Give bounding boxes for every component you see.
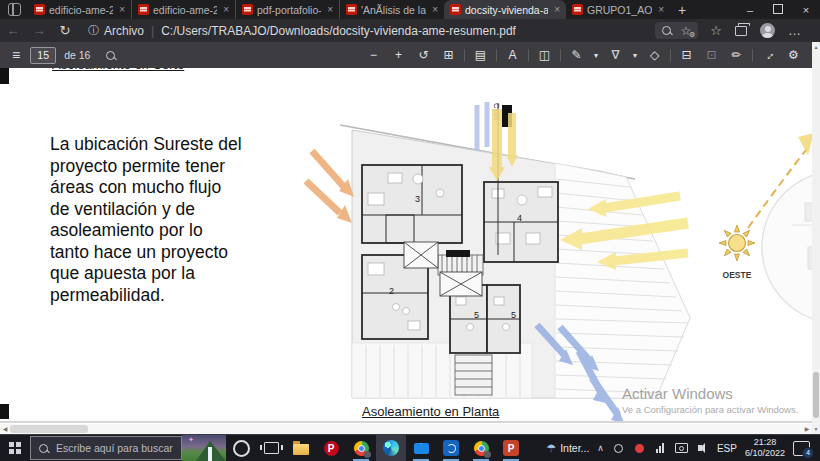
tab-close-icon[interactable]: × bbox=[221, 4, 229, 15]
cortana-button[interactable] bbox=[226, 435, 256, 461]
draw-button[interactable]: ✎ bbox=[564, 48, 589, 62]
erase-button[interactable]: ◇ bbox=[642, 48, 667, 62]
chrome-button[interactable] bbox=[346, 435, 376, 461]
tab-layout-icon[interactable] bbox=[8, 3, 21, 16]
two-page-view-button[interactable]: ◫ bbox=[532, 48, 557, 62]
toolbar-divider bbox=[560, 49, 561, 62]
find-in-document-icon[interactable] bbox=[106, 51, 115, 60]
page-corner-block bbox=[0, 68, 9, 84]
task-view-button[interactable] bbox=[256, 435, 286, 461]
clock[interactable]: 21:28 6/10/2022 bbox=[745, 437, 785, 459]
favorites-icon[interactable]: ☆ bbox=[710, 23, 722, 38]
file-info-icon[interactable]: ⓘ bbox=[88, 23, 99, 38]
weather-status[interactable]: ☂ Inter... bbox=[546, 442, 589, 455]
tab-close-icon[interactable]: × bbox=[117, 4, 125, 15]
pdf-favicon bbox=[346, 4, 357, 15]
browser-tab-6[interactable]: GRUPO1_AOA.pdf × bbox=[566, 0, 670, 19]
body-paragraph: La ubicación Sureste del proyecto permit… bbox=[50, 134, 275, 306]
forward-button[interactable]: → bbox=[26, 23, 52, 38]
tab-close-icon[interactable]: × bbox=[552, 4, 560, 15]
fullscreen-button[interactable]: ↔ bbox=[756, 48, 781, 62]
scroll-down-icon[interactable]: ▼ bbox=[812, 426, 820, 432]
camera-icon[interactable] bbox=[675, 442, 688, 455]
read-aloud-button[interactable]: A bbox=[500, 48, 525, 62]
start-button[interactable] bbox=[0, 435, 30, 461]
volume-icon[interactable] bbox=[696, 442, 709, 455]
hidden-icons-chevron[interactable]: ∧ bbox=[597, 443, 604, 453]
page-view-button[interactable]: ▤ bbox=[468, 48, 493, 62]
vertical-scroll-thumb[interactable] bbox=[813, 372, 819, 418]
more-menu-icon[interactable]: … bbox=[788, 23, 802, 38]
zoom-in-button[interactable]: + bbox=[386, 48, 411, 62]
save-as-button[interactable]: ✏ bbox=[724, 48, 749, 62]
pinterest-button[interactable]: P bbox=[316, 435, 346, 461]
maximize-button[interactable] bbox=[764, 4, 792, 16]
tab-bar: edificio-ame-247_com × edificio-ame-247_… bbox=[0, 0, 820, 19]
horizontal-scroll-thumb[interactable] bbox=[10, 425, 88, 433]
draw-dropdown-icon[interactable]: ▾ bbox=[589, 51, 603, 60]
browser-tab-2[interactable]: edificio-ame-247_com × bbox=[132, 0, 236, 19]
browser-tab-1[interactable]: edificio-ame-247_com × bbox=[28, 0, 132, 19]
powerpoint-button[interactable]: P bbox=[496, 435, 526, 461]
highlight-button[interactable]: ∇ bbox=[603, 48, 628, 62]
favorite-settings-icon[interactable]: ☆⚙ bbox=[681, 24, 692, 38]
profile-avatar[interactable] bbox=[760, 23, 775, 38]
close-button[interactable]: × bbox=[792, 4, 820, 16]
unit-label-5b: 5 bbox=[511, 310, 516, 320]
search-icon bbox=[39, 439, 48, 457]
browser-tab-active[interactable]: docsity-vivienda-ame × bbox=[444, 0, 566, 19]
page-corner-block bbox=[0, 404, 9, 419]
zoom-icon[interactable] bbox=[662, 26, 671, 35]
network-icon[interactable] bbox=[654, 442, 667, 455]
back-button[interactable]: ← bbox=[0, 23, 26, 38]
browser-tab-4[interactable]: 'AnÃlisis de la Vivien × bbox=[340, 0, 444, 19]
tab-close-icon[interactable]: × bbox=[656, 4, 664, 15]
vertical-scrollbar[interactable]: ▲ ▼ bbox=[812, 42, 820, 434]
search-input[interactable] bbox=[54, 441, 178, 455]
browser-tab-3[interactable]: pdf-portafolio-desarr × bbox=[236, 0, 340, 19]
tab-close-icon[interactable]: × bbox=[325, 4, 333, 15]
red-dot-icon bbox=[635, 444, 644, 453]
tray-alert-icon[interactable] bbox=[633, 442, 646, 455]
minimize-button[interactable]: – bbox=[736, 4, 764, 16]
scroll-left-icon[interactable]: ◀ bbox=[0, 425, 10, 432]
page-bottom-edge bbox=[0, 421, 812, 423]
new-tab-button[interactable]: + bbox=[678, 2, 686, 18]
toolbar-divider bbox=[464, 49, 465, 62]
sparkle-icon: ✦ bbox=[188, 436, 194, 444]
tab-close-icon[interactable]: × bbox=[430, 4, 438, 15]
news-interest-widget[interactable]: ✦ bbox=[182, 435, 226, 461]
file-scheme-label: Archivo bbox=[104, 24, 144, 38]
tray-app-icon[interactable] bbox=[612, 442, 625, 455]
refresh-button[interactable]: ↻ bbox=[52, 23, 78, 38]
scroll-up-icon[interactable]: ▲ bbox=[812, 44, 820, 50]
file-explorer-button[interactable] bbox=[286, 435, 316, 461]
save-button[interactable]: ⊡ bbox=[699, 48, 724, 62]
action-center-icon[interactable]: 4 bbox=[793, 441, 810, 456]
print-button[interactable]: ⊟ bbox=[674, 48, 699, 62]
url-text[interactable]: C:/Users/TRABAJO/Downloads/docsity-vivie… bbox=[161, 24, 516, 38]
taskbar-search[interactable] bbox=[30, 436, 182, 460]
collections-icon[interactable] bbox=[735, 26, 747, 36]
shade-lines-blue bbox=[477, 102, 487, 151]
pdf-favicon bbox=[572, 4, 583, 15]
zoom-out-button[interactable]: − bbox=[361, 48, 386, 62]
window-controls: – × bbox=[736, 4, 820, 16]
pdf-settings-button[interactable]: ⚙ bbox=[781, 48, 806, 62]
page-number-input[interactable] bbox=[30, 47, 56, 64]
sun-icon bbox=[719, 225, 755, 261]
table-of-contents-icon[interactable]: ≡ bbox=[12, 47, 20, 63]
language-indicator[interactable]: ESP bbox=[717, 443, 737, 454]
blue-app-button[interactable] bbox=[436, 435, 466, 461]
horizontal-scrollbar[interactable]: ◀ ▶ bbox=[0, 424, 812, 434]
edge-button[interactable] bbox=[376, 435, 406, 461]
chrome-button-2[interactable] bbox=[466, 435, 496, 461]
notification-badge: 4 bbox=[802, 447, 814, 459]
fit-page-button[interactable]: ⊞ bbox=[436, 48, 461, 62]
scroll-right-icon[interactable]: ▶ bbox=[802, 425, 812, 432]
rotate-button[interactable]: ↺ bbox=[411, 48, 436, 62]
mail-button[interactable] bbox=[406, 435, 436, 461]
date-label: 6/10/2022 bbox=[745, 448, 785, 459]
toolbar-divider bbox=[752, 49, 753, 62]
highlight-dropdown-icon[interactable]: ▾ bbox=[628, 51, 642, 60]
